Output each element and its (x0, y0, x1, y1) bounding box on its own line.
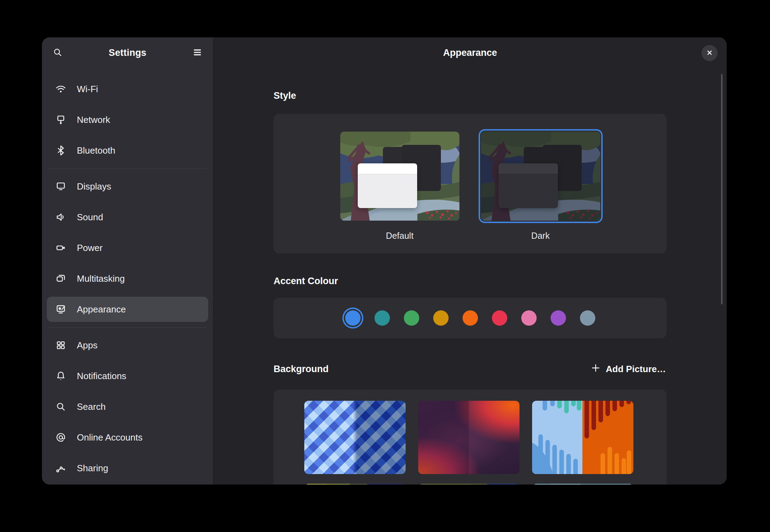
accent-swatch-teal[interactable] (375, 310, 390, 326)
sidebar-title: Settings (66, 47, 189, 58)
grid-icon (55, 339, 67, 352)
wallpaper-thumb-magma-waves[interactable] (418, 401, 520, 474)
bell-icon (55, 370, 67, 382)
appearance-icon (55, 303, 67, 316)
search-icon (55, 400, 67, 413)
background-card (274, 390, 667, 485)
accent-card (274, 298, 667, 338)
accent-swatch-red[interactable] (492, 310, 507, 326)
hamburger-icon (192, 47, 203, 59)
accent-swatch-orange[interactable] (463, 310, 478, 326)
sidebar-item-multitasking[interactable]: Multitasking (47, 266, 208, 291)
sidebar-item-label: Multitasking (77, 273, 125, 284)
add-picture-button[interactable]: Add Picture… (590, 361, 667, 378)
wallpaper-thumb-coastal-light[interactable] (532, 484, 633, 485)
style-preview-frame-default (338, 129, 462, 223)
accent-swatch-green[interactable] (404, 310, 419, 326)
mock-window-front (499, 163, 558, 208)
scrollbar[interactable] (721, 74, 722, 304)
battery-icon (55, 242, 67, 254)
page-title: Appearance (443, 47, 497, 58)
sidebar-item-displays[interactable]: Displays (47, 174, 208, 199)
close-icon (705, 48, 714, 58)
sidebar-nav: Wi-Fi Network Bluetooth (42, 68, 213, 485)
accent-heading: Accent Colour (274, 276, 667, 287)
sidebar-item-online-accounts[interactable]: Online Accounts (47, 425, 208, 450)
style-card: Default (274, 114, 667, 253)
windows-icon (55, 272, 67, 285)
sidebar-item-label: Displays (77, 181, 111, 192)
wallpaper-thumb-green-landscape[interactable] (418, 484, 520, 485)
paint-drips-art (532, 401, 633, 474)
sidebar-item-notifications[interactable]: Notifications (47, 363, 208, 389)
style-heading: Style (274, 90, 667, 101)
sidebar-item-appearance[interactable]: Appearance (47, 297, 208, 322)
wallpaper-thumb-blue-geometric[interactable] (304, 401, 406, 474)
style-option-dark[interactable]: Dark (479, 129, 603, 253)
background-heading: Background (274, 364, 329, 375)
plus-icon (590, 363, 601, 376)
sidebar-item-network[interactable]: Network (47, 107, 208, 132)
accent-swatch-purple[interactable] (551, 310, 566, 326)
sidebar-item-label: Appearance (77, 304, 126, 315)
main-header: Appearance (213, 37, 727, 68)
sidebar-item-apps[interactable]: Apps (47, 333, 208, 358)
sidebar-item-label: Apps (77, 340, 97, 351)
background-section: Background Add Picture… (274, 361, 667, 485)
search-icon (52, 47, 63, 59)
settings-window: Settings Wi-Fi (42, 37, 727, 485)
share-icon (55, 462, 67, 474)
style-option-default[interactable]: Default (338, 129, 462, 253)
sidebar-item-label: Sharing (77, 463, 108, 474)
bluetooth-icon (55, 144, 67, 157)
sidebar-item-label: Notifications (77, 371, 126, 382)
sidebar-item-label: Bluetooth (77, 145, 115, 156)
accent-swatch-pink[interactable] (521, 310, 537, 326)
style-section: Style (274, 90, 667, 253)
add-picture-label: Add Picture… (606, 364, 666, 375)
search-button[interactable] (50, 45, 66, 61)
sidebar-item-power[interactable]: Power (47, 235, 208, 260)
sidebar: Settings Wi-Fi (42, 37, 213, 485)
sidebar-header: Settings (42, 37, 213, 68)
at-icon (55, 431, 67, 444)
accent-swatch-yellow[interactable] (433, 310, 449, 326)
wallpaper-thumb-olive-fields[interactable] (304, 484, 406, 485)
sidebar-divider (48, 169, 207, 169)
sidebar-item-sound[interactable]: Sound (47, 205, 208, 230)
sidebar-item-label: Online Accounts (77, 432, 143, 443)
scroll-content: Style (213, 68, 727, 485)
sidebar-divider (48, 327, 207, 328)
style-preview-dark (481, 132, 600, 221)
sidebar-item-label: Network (77, 114, 110, 125)
sidebar-item-wifi[interactable]: Wi-Fi (47, 76, 208, 102)
menu-button[interactable] (189, 45, 205, 61)
mock-window-front (358, 163, 417, 208)
sidebar-item-label: Wi-Fi (77, 84, 98, 95)
wallpaper-thumb-paint-drips[interactable] (532, 401, 633, 474)
style-preview-frame-dark (479, 129, 603, 223)
wifi-icon (55, 83, 67, 95)
desktop: Settings Wi-Fi (0, 0, 770, 532)
sidebar-item-label: Sound (77, 212, 103, 223)
main-panel: Appearance Style (213, 37, 727, 485)
network-icon (55, 113, 67, 126)
sidebar-item-label: Power (77, 243, 103, 253)
style-option-label: Default (386, 231, 413, 241)
sidebar-item-bluetooth[interactable]: Bluetooth (47, 138, 208, 163)
sidebar-item-search[interactable]: Search (47, 394, 208, 419)
style-preview-default (340, 132, 459, 221)
accent-swatch-blue[interactable] (345, 310, 361, 326)
accent-section: Accent Colour (274, 276, 667, 338)
accent-swatch-slate[interactable] (580, 310, 595, 326)
sidebar-item-sharing[interactable]: Sharing (47, 456, 208, 481)
close-button[interactable] (702, 45, 718, 61)
display-icon (55, 180, 67, 193)
sidebar-item-label: Search (77, 401, 106, 412)
style-option-label: Dark (531, 231, 550, 241)
speaker-icon (55, 211, 67, 223)
